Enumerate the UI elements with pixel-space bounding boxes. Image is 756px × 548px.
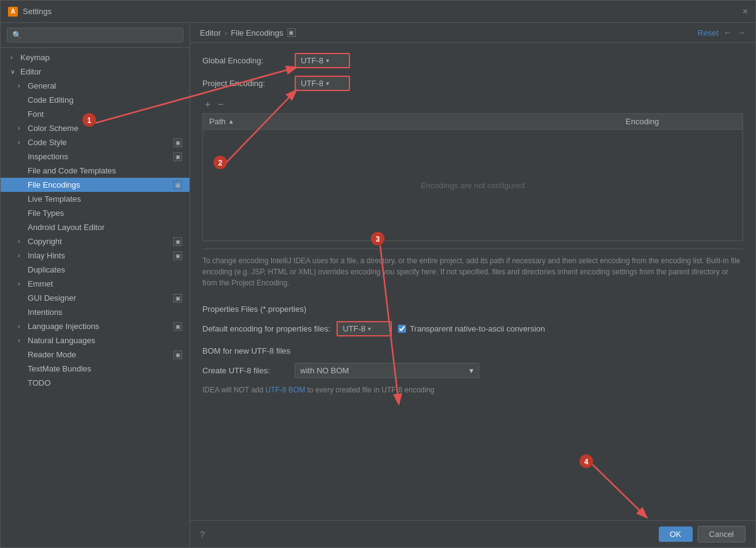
search-box: [1, 23, 189, 48]
global-encoding-value: UTF-8: [301, 56, 324, 65]
add-button[interactable]: +: [202, 98, 213, 111]
panel-body: Global Encoding: UTF-8 ▾ Project Encodin…: [190, 43, 755, 520]
code-style-icon: ▣: [173, 138, 182, 147]
insp-label: Inspections: [28, 152, 68, 161]
sidebar-item-android-layout[interactable]: Android Layout Editor: [1, 220, 189, 234]
font-label: Font: [28, 109, 44, 119]
sidebar-item-intentions[interactable]: Intentions: [1, 305, 189, 319]
cs-arrow-icon: ›: [18, 125, 24, 132]
sidebar-item-file-and-code[interactable]: File and Code Templates: [1, 164, 189, 178]
app-icon: A: [8, 7, 18, 17]
properties-section-title: Properties Files (*.properties): [202, 304, 743, 314]
lt-label: Live Templates: [28, 194, 81, 204]
sidebar-item-duplicates[interactable]: Duplicates: [1, 263, 189, 277]
ih-label: Inlay Hints: [28, 251, 65, 260]
project-encoding-value: UTF-8: [301, 79, 324, 88]
sidebar-item-copyright[interactable]: › Copyright ▣: [1, 234, 189, 248]
breadcrumb-settings-icon[interactable]: ▣: [287, 28, 296, 37]
bom-value: with NO BOM: [300, 366, 349, 375]
breadcrumb-current: File Encodings: [231, 28, 283, 38]
sidebar-item-reader-mode[interactable]: Reader Mode ▣: [1, 347, 189, 362]
sidebar-item-file-encodings[interactable]: File Encodings ▣: [1, 178, 189, 192]
table-empty-text: Encodings are not configured: [421, 181, 525, 190]
breadcrumb: Editor › File Encodings ▣: [200, 28, 694, 38]
sidebar-item-inspections[interactable]: Inspections ▣: [1, 149, 189, 164]
ce-label: Code Editing: [28, 95, 73, 105]
global-encoding-arrow-icon: ▾: [326, 57, 329, 64]
ok-button[interactable]: OK: [659, 526, 693, 542]
properties-encoding-select[interactable]: UTF-8 ▾: [336, 321, 392, 336]
sidebar-item-textmate[interactable]: TextMate Bundles: [1, 362, 189, 376]
right-panel: Editor › File Encodings ▣ Reset ← →: [190, 23, 755, 547]
dup-label: Duplicates: [28, 265, 65, 274]
breadcrumb-parent: Editor: [200, 28, 221, 38]
fe-label: File Encodings: [28, 180, 80, 189]
default-encoding-row: Default encoding for properties files: U…: [202, 321, 743, 336]
cp-arrow-icon: ›: [18, 238, 24, 245]
ft-label: File Types: [28, 208, 64, 218]
project-encoding-row: Project Encoding: UTF-8 ▾: [202, 76, 743, 91]
reader-mode-icon: ▣: [173, 351, 182, 359]
sidebar-item-language-injections[interactable]: › Language Injections ▣: [1, 319, 189, 333]
sidebar-item-code-style[interactable]: › Code Style ▣: [1, 135, 189, 149]
info-text: To change encoding IntelliJ IDEA uses fo…: [202, 248, 743, 295]
int-label: Intentions: [28, 308, 62, 317]
cancel-button[interactable]: Cancel: [698, 526, 746, 542]
sidebar-item-natural-languages[interactable]: › Natural Languages: [1, 333, 189, 347]
search-input[interactable]: [7, 28, 183, 42]
sidebar-item-general[interactable]: › General: [1, 79, 189, 93]
todo-label: TODO: [28, 378, 50, 387]
bom-dropdown[interactable]: with NO BOM ▾: [295, 363, 479, 378]
global-encoding-row: Global Encoding: UTF-8 ▾: [202, 53, 743, 68]
inlay-hints-icon: ▣: [173, 252, 182, 260]
sidebar-item-font[interactable]: Font: [1, 107, 189, 121]
bom-section: BOM for new UTF-8 files Create UTF-8 fil…: [202, 346, 743, 394]
back-button[interactable]: ←: [723, 28, 732, 38]
general-label: General: [28, 81, 56, 90]
properties-arrow-icon: ▾: [368, 325, 371, 332]
encoding-column-header[interactable]: Encoding: [619, 114, 742, 129]
global-encoding-label: Global Encoding:: [202, 56, 288, 65]
sidebar-item-inlay-hints[interactable]: › Inlay Hints ▣: [1, 248, 189, 263]
forward-button[interactable]: →: [737, 28, 746, 38]
sidebar-item-code-editing[interactable]: Code Editing: [1, 93, 189, 107]
create-utf8-label: Create UTF-8 files:: [202, 366, 288, 375]
table-empty-area: Encodings are not configured: [203, 130, 742, 240]
editor-label: Editor: [20, 67, 41, 76]
utf8-bom-link[interactable]: UTF-8 BOM: [265, 386, 305, 394]
cst-label: Code Style: [28, 138, 67, 147]
create-utf8-row: Create UTF-8 files: with NO BOM ▾: [202, 363, 743, 378]
help-button[interactable]: ?: [200, 530, 205, 539]
sidebar-item-editor[interactable]: ∨ Editor: [1, 65, 189, 79]
transparent-checkbox[interactable]: [398, 325, 406, 333]
path-column-header[interactable]: Path ▲: [203, 114, 619, 129]
sidebar-item-keymap[interactable]: › Keymap: [1, 50, 189, 65]
em-label: Emmet: [28, 279, 53, 288]
sidebar-item-todo[interactable]: TODO: [1, 376, 189, 390]
remove-button[interactable]: −: [215, 98, 226, 111]
properties-encoding-value: UTF-8: [343, 324, 365, 333]
window-title: Settings: [23, 7, 52, 16]
close-button[interactable]: ×: [742, 6, 748, 17]
sidebar-item-color-scheme[interactable]: › Color Scheme: [1, 121, 189, 135]
reset-button[interactable]: Reset: [698, 28, 718, 38]
copyright-icon: ▣: [173, 237, 182, 246]
general-arrow-icon: ›: [18, 82, 24, 89]
sidebar: › Keymap ∨ Editor › General: [1, 23, 190, 547]
sidebar-item-gui-designer[interactable]: GUI Designer ▣: [1, 291, 189, 305]
cs-label: Color Scheme: [28, 124, 78, 133]
default-encoding-label: Default encoding for properties files:: [202, 324, 330, 333]
idea-note-suffix: to every created file in UTF-8 encoding: [305, 386, 434, 394]
ih-arrow-icon: ›: [18, 252, 24, 259]
global-encoding-select[interactable]: UTF-8 ▾: [295, 53, 350, 68]
bom-section-title: BOM for new UTF-8 files: [202, 346, 743, 355]
sidebar-item-file-types[interactable]: File Types: [1, 206, 189, 220]
table-toolbar: + −: [202, 98, 743, 111]
sidebar-item-live-templates[interactable]: Live Templates: [1, 192, 189, 206]
encoding-col-label: Encoding: [626, 117, 659, 126]
li-arrow-icon: ›: [18, 323, 24, 330]
project-encoding-select[interactable]: UTF-8 ▾: [295, 76, 350, 91]
cst-arrow-icon: ›: [18, 139, 24, 146]
sidebar-item-emmet[interactable]: › Emmet: [1, 277, 189, 291]
idea-note-prefix: IDEA will NOT add: [202, 386, 265, 394]
